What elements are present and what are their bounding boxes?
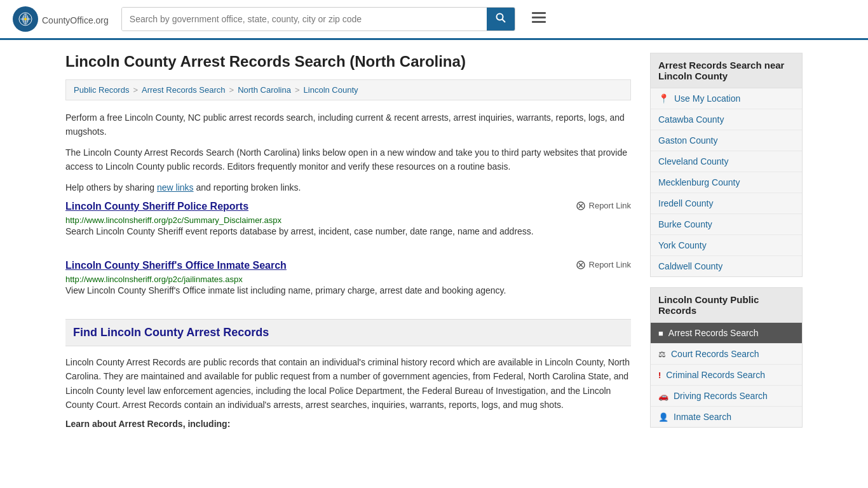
sidebar-item-use-my-location[interactable]: 📍 Use My Location (651, 88, 802, 109)
record-title-link-0[interactable]: Lincoln County Sheriff Police Reports (65, 201, 248, 212)
find-section-heading: Find Lincoln County Arrest Records (65, 319, 631, 346)
svg-rect-7 (532, 12, 546, 14)
record-entry-0: Lincoln County Sheriff Police Reports Re… (65, 201, 631, 245)
search-bar (121, 7, 515, 31)
location-pin-icon: 📍 (658, 93, 669, 104)
breadcrumb: Public Records > Arrest Records Search >… (65, 79, 631, 100)
menu-button[interactable] (528, 7, 550, 31)
caldwell-county-link[interactable]: Caldwell County (658, 261, 722, 271)
inmate-search-link[interactable]: Inmate Search (674, 412, 731, 422)
desc3-pre: Help others by sharing (65, 182, 157, 193)
sidebar-item-gaston[interactable]: Gaston County (651, 130, 802, 151)
iredell-county-link[interactable]: Iredell County (658, 198, 713, 208)
criminal-records-link[interactable]: Criminal Records Search (666, 370, 765, 380)
report-link-label-1: Report Link (589, 260, 631, 269)
sidebar-records-criminal[interactable]: ! Criminal Records Search (651, 365, 802, 386)
breadcrumb-north-carolina[interactable]: North Carolina (238, 85, 291, 95)
sidebar-item-cleveland[interactable]: Cleveland County (651, 151, 802, 172)
page-title: Lincoln County Arrest Records Search (No… (65, 53, 631, 71)
sidebar: Arrest Records Search near Lincoln Count… (650, 53, 803, 438)
record-title-row-0: Lincoln County Sheriff Police Reports Re… (65, 201, 631, 212)
catawba-county-link[interactable]: Catawba County (658, 114, 724, 125)
record-url-0[interactable]: http://www.lincolnsheriff.org/p2c/Summar… (65, 215, 281, 225)
new-links-link[interactable]: new links (157, 182, 194, 193)
description-2: The Lincoln County Arrest Records Search… (65, 146, 631, 174)
logo-text: CountyOffice.org (42, 12, 109, 27)
report-link-btn-0[interactable]: Report Link (576, 201, 631, 211)
sidebar-item-york[interactable]: York County (651, 235, 802, 256)
description-1: Perform a free Lincoln County, NC public… (65, 111, 631, 139)
content-area: Lincoln County Arrest Records Search (No… (65, 53, 631, 438)
mecklenburg-county-link[interactable]: Mecklenburg County (658, 177, 740, 187)
record-desc-0: Search Lincoln County Sheriff event repo… (65, 225, 631, 238)
breadcrumb-public-records[interactable]: Public Records (74, 85, 129, 95)
report-link-label-0: Report Link (589, 201, 631, 210)
burke-county-link[interactable]: Burke County (658, 219, 712, 229)
logo-name: CountyOffice (42, 15, 93, 25)
learn-heading: Learn about Arrest Records, including: (65, 419, 631, 429)
sidebar-nearby-section: Arrest Records Search near Lincoln Count… (650, 53, 803, 277)
driving-records-icon: 🚗 (658, 391, 668, 401)
gaston-county-link[interactable]: Gaston County (658, 135, 717, 146)
sidebar-records-title: Lincoln County Public Records (651, 288, 802, 323)
sidebar-records-section: Lincoln County Public Records ■ Arrest R… (650, 287, 803, 428)
sidebar-records-court[interactable]: ⚖ Court Records Search (651, 344, 802, 365)
search-input[interactable] (122, 8, 487, 30)
breadcrumb-lincoln-county[interactable]: Lincoln County (304, 85, 358, 95)
use-my-location-link[interactable]: Use My Location (674, 93, 740, 104)
record-desc-1: View Lincoln County Sheriff's Office inm… (65, 284, 631, 297)
breadcrumb-sep-2: > (229, 85, 234, 95)
sidebar-records-inmate[interactable]: 👤 Inmate Search (651, 407, 802, 427)
site-header: CountyOffice.org (0, 0, 868, 40)
svg-rect-9 (532, 21, 546, 23)
site-logo[interactable]: CountyOffice.org (13, 6, 109, 32)
inmate-search-icon: 👤 (658, 412, 668, 422)
search-button[interactable] (487, 8, 515, 30)
arrest-records-icon: ■ (658, 329, 663, 338)
report-link-btn-1[interactable]: Report Link (576, 260, 631, 270)
sidebar-records-arrest[interactable]: ■ Arrest Records Search (651, 323, 802, 344)
breadcrumb-arrest-records[interactable]: Arrest Records Search (142, 85, 226, 95)
record-url-1[interactable]: http://www.lincolnsheriff.org/p2c/jailin… (65, 274, 243, 284)
desc3-post: and reporting broken links. (194, 182, 301, 193)
svg-line-6 (502, 20, 505, 23)
driving-records-link[interactable]: Driving Records Search (674, 391, 768, 401)
arrest-records-link[interactable]: Arrest Records Search (668, 328, 759, 338)
court-records-link[interactable]: Court Records Search (671, 349, 759, 359)
sidebar-item-burke[interactable]: Burke County (651, 214, 802, 235)
sidebar-item-catawba[interactable]: Catawba County (651, 109, 802, 130)
breadcrumb-sep-1: > (133, 85, 138, 95)
find-section: Find Lincoln County Arrest Records Linco… (65, 319, 631, 429)
sidebar-item-mecklenburg[interactable]: Mecklenburg County (651, 172, 802, 193)
svg-point-4 (24, 18, 27, 20)
svg-rect-8 (532, 17, 546, 18)
york-county-link[interactable]: York County (658, 240, 707, 250)
sidebar-records-driving[interactable]: 🚗 Driving Records Search (651, 386, 802, 407)
svg-point-5 (496, 14, 503, 20)
find-section-body: Lincoln County Arrest Records are public… (65, 355, 631, 412)
record-title-link-1[interactable]: Lincoln County Sheriff's Office Inmate S… (65, 260, 287, 271)
description-3: Help others by sharing new links and rep… (65, 180, 631, 194)
logo-icon (13, 6, 38, 32)
criminal-records-icon: ! (658, 370, 661, 380)
cleveland-county-link[interactable]: Cleveland County (658, 156, 729, 166)
sidebar-item-caldwell[interactable]: Caldwell County (651, 256, 802, 276)
main-container: Lincoln County Arrest Records Search (No… (53, 40, 815, 451)
breadcrumb-sep-3: > (295, 85, 300, 95)
record-entry-1: Lincoln County Sheriff's Office Inmate S… (65, 260, 631, 304)
sidebar-nearby-title: Arrest Records Search near Lincoln Count… (651, 53, 802, 88)
sidebar-item-iredell[interactable]: Iredell County (651, 193, 802, 214)
logo-suffix: .org (93, 15, 109, 25)
court-records-icon: ⚖ (658, 349, 666, 359)
record-title-row-1: Lincoln County Sheriff's Office Inmate S… (65, 260, 631, 271)
